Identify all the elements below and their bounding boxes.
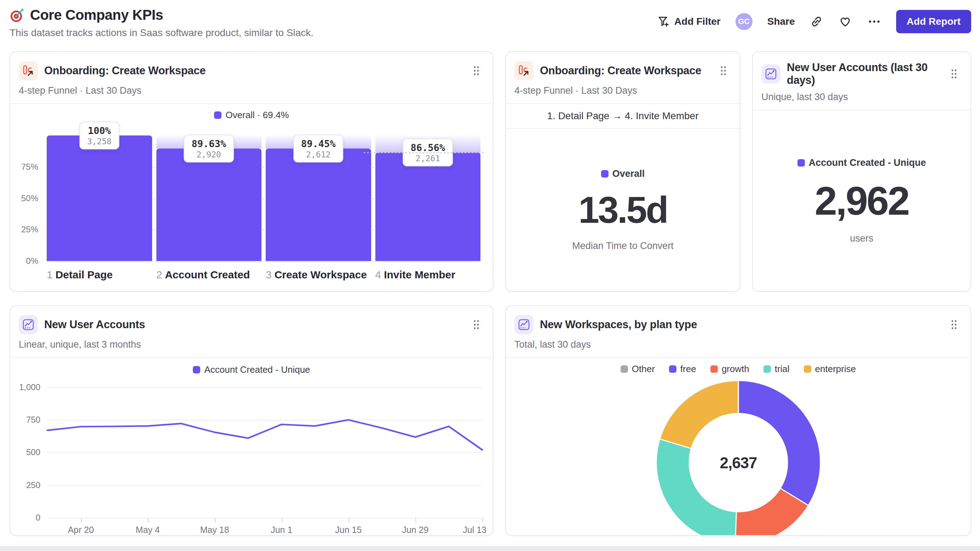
drag-handle-icon[interactable] (948, 67, 960, 81)
favorite-heart-icon[interactable] (838, 14, 852, 29)
funnel-bar-label: 100%3,258 (79, 122, 119, 149)
target-icon (10, 8, 25, 23)
x-tick-label: May 4 (136, 525, 160, 535)
step-name: Account Created (165, 269, 250, 281)
link-icon[interactable] (810, 15, 823, 28)
funnel-count-label: 2,612 (301, 150, 336, 159)
funnel-pct-label: 89.63% (191, 138, 226, 149)
funnel-plot[interactable]: 75%50%25%0%100%3,25889.63%2,92089.45%2,6… (47, 135, 480, 261)
drag-handle-icon[interactable] (471, 317, 482, 332)
drag-handle-icon[interactable] (948, 317, 960, 332)
funnel-count-label: 2,261 (410, 154, 445, 163)
x-tick-mark (282, 518, 282, 522)
donut-legend-item-free[interactable]: free (669, 364, 696, 375)
donut-legend-item-trial[interactable]: trial (764, 364, 790, 375)
legend-label: Account Created - Unique (204, 364, 310, 375)
legend-label: enterprise (815, 364, 856, 375)
funnel-count-label: 3,258 (87, 137, 111, 146)
x-tick-mark (482, 518, 483, 522)
funnel-bar[interactable] (156, 149, 262, 261)
legend-label: trial (775, 364, 790, 375)
metric-caption: Median Time to Convert (572, 240, 674, 251)
card-title: New User Accounts (44, 318, 465, 331)
legend-swatch (669, 365, 676, 373)
line-xticks: Apr 20May 4May 18Jun 1Jun 15Jun 29Jul 13 (48, 518, 482, 535)
x-tick-mark (215, 518, 215, 522)
avatar[interactable]: GC (735, 13, 752, 30)
funnel-pct-label: 86.56% (410, 142, 445, 153)
step-number: 3 (266, 269, 272, 281)
line-plot[interactable]: 1,0007505002500 (48, 387, 482, 518)
x-tick-label: May 18 (200, 525, 229, 535)
funnel-bar[interactable] (266, 149, 371, 261)
funnel-y-tick-label: 0% (13, 256, 38, 266)
legend-item-account-created[interactable]: Account Created - Unique (797, 157, 926, 168)
funnel-bar[interactable] (47, 135, 152, 261)
add-filter-label: Add Filter (675, 16, 721, 27)
funnel-bar[interactable] (375, 152, 481, 261)
legend-item-overall[interactable]: Overall (601, 168, 645, 179)
donut-segment-trial[interactable] (656, 439, 736, 536)
step-name: Invite Member (384, 269, 455, 281)
legend-swatch (601, 170, 609, 178)
donut-legend-item-other[interactable]: Other (620, 364, 655, 375)
legend-swatch (620, 365, 628, 373)
funnel-bar-slot: 86.56%2,261 (375, 135, 481, 261)
funnel-step-labels: 1Detail Page2Account Created3Create Work… (47, 269, 480, 281)
donut-segment-enterprise[interactable] (660, 381, 738, 448)
card-title: Onboarding: Create Workspace (44, 64, 465, 77)
step-number: 1 (47, 269, 53, 281)
legend-item-account-created[interactable]: Account Created - Unique (193, 364, 310, 375)
x-tick-label: Apr 20 (68, 525, 94, 535)
step-number: 4 (375, 269, 382, 281)
funnel-y-tick-label: 25% (13, 225, 38, 235)
insights-chart-icon (761, 64, 781, 83)
funnel-pct-label: 89.45% (301, 138, 336, 149)
x-tick-label: Jun 29 (402, 525, 428, 535)
x-tick-mark (415, 518, 416, 522)
donut-segment-free[interactable] (738, 381, 821, 505)
funnel-y-tick-label: 50% (13, 194, 38, 203)
x-tick-mark (148, 518, 149, 522)
step-name: Create Workspace (275, 269, 367, 281)
card-new-user-accounts-30d: New User Accounts (last 30 days) Unique,… (752, 51, 971, 292)
funnel-pct-label: 100% (87, 125, 111, 136)
card-onboarding-funnel: Onboarding: Create Workspace 4-step Funn… (10, 51, 493, 292)
share-button[interactable]: Share (767, 16, 795, 27)
insights-chart-icon (514, 315, 533, 334)
line-y-tick-label: 0 (12, 513, 40, 523)
card-title: Onboarding: Create Workspace (540, 64, 711, 77)
legend-item-overall[interactable]: Overall · 69.4% (214, 110, 289, 121)
funnel-bar-label: 89.63%2,920 (184, 134, 234, 162)
drag-handle-icon[interactable] (718, 63, 729, 78)
page-subtitle: This dataset tracks actions in Saas soft… (10, 27, 313, 38)
donut-center-value: 2,637 (720, 454, 757, 472)
legend-label: growth (722, 364, 749, 375)
add-filter-button[interactable]: Add Filter (657, 15, 721, 28)
card-workspaces-by-plan: New Workspaces, by plan type Total, last… (505, 305, 971, 536)
line-series-svg[interactable] (48, 387, 482, 518)
funnel-gridline (47, 261, 480, 262)
donut-legend-item-enterprise[interactable]: enterprise (804, 364, 856, 375)
more-options-icon[interactable] (867, 19, 881, 24)
donut-legend: Otherfreegrowthtrialenterprise (506, 364, 970, 375)
legend-label: Account Created - Unique (809, 157, 926, 168)
card-title: New Workspaces, by plan type (540, 318, 942, 331)
step-name: Detail Page (56, 269, 113, 281)
donut-legend-item-growth[interactable]: growth (710, 364, 749, 375)
funnel-step-label: 2Account Created (156, 269, 262, 281)
page-title: Core Company KPIs (30, 7, 163, 23)
line-series[interactable] (48, 420, 482, 450)
final-conversion-dashed-line (363, 152, 484, 153)
line-y-tick-label: 750 (12, 415, 40, 425)
drag-handle-icon[interactable] (471, 63, 482, 78)
x-tick-mark (348, 518, 349, 522)
funnel-report-icon (19, 61, 38, 80)
legend-label: free (680, 364, 696, 375)
add-report-button[interactable]: Add Report (896, 10, 971, 33)
card-subtitle: Total, last 30 days (514, 339, 960, 350)
filter-plus-icon (657, 15, 670, 28)
median-time-value: 13.5d (578, 189, 667, 231)
legend-label: Other (632, 364, 655, 375)
card-subtitle: 4-step Funnel · Last 30 Days (514, 85, 729, 96)
